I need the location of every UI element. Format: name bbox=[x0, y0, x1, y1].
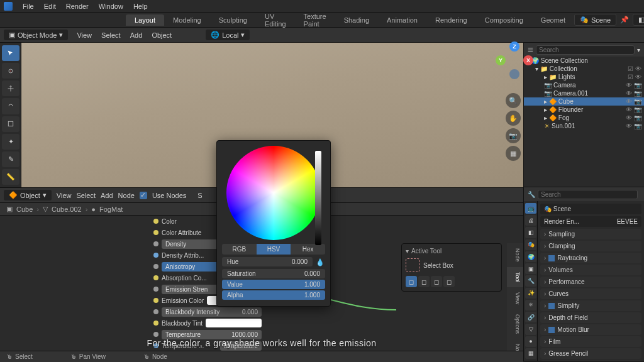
tab-uvediting[interactable]: UV Editing bbox=[256, 11, 295, 30]
tab-rendering[interactable]: Rendering bbox=[426, 14, 476, 26]
tool-transform[interactable]: ✦ bbox=[2, 134, 19, 150]
ptab-particle[interactable]: ✨ bbox=[525, 288, 536, 299]
acc-curves[interactable]: ›Curves bbox=[540, 288, 641, 299]
tab-compositing[interactable]: Compositing bbox=[476, 14, 532, 26]
filter-icon[interactable]: ▾ bbox=[637, 47, 640, 53]
gizmo-neg-axis[interactable] bbox=[509, 69, 519, 79]
acc-performance[interactable]: ›Performance bbox=[540, 277, 641, 287]
menu-edit[interactable]: Edit bbox=[39, 1, 61, 11]
scene-datablock[interactable]: 🎭 Scene bbox=[540, 204, 641, 214]
cp-tab-hsv[interactable]: HSV bbox=[257, 244, 291, 255]
grid-icon[interactable]: ▦ bbox=[506, 146, 521, 161]
acc-clamping[interactable]: ›Clamping bbox=[540, 241, 641, 251]
node-mode[interactable]: 🔶Object▾ bbox=[4, 190, 52, 200]
tool-select-box[interactable] bbox=[2, 45, 19, 61]
ol-item-lights[interactable]: ▸ 📁Lights☑👁 bbox=[524, 73, 644, 81]
ol-item-cube[interactable]: ▸ 🔶Cube👁📷 bbox=[524, 97, 644, 106]
ptab-world[interactable]: 🌍 bbox=[525, 251, 536, 262]
vp-menu-select[interactable]: Select bbox=[97, 30, 125, 40]
select-mode-int[interactable]: ◻ bbox=[443, 276, 455, 287]
ptab-render[interactable]: 📺 bbox=[525, 203, 536, 214]
vp-menu-object[interactable]: Object bbox=[148, 30, 175, 40]
ol-item-fog[interactable]: ▸ 🔶Fog👁📷 bbox=[524, 114, 644, 122]
local-view[interactable]: 🌐 Local ▾ bbox=[206, 30, 250, 40]
tab-texturepaint[interactable]: Texture Paint bbox=[295, 11, 335, 30]
ptab-texture[interactable]: ▦ bbox=[525, 348, 536, 359]
tool-measure[interactable]: 📏 bbox=[2, 169, 19, 185]
tab-modeling[interactable]: Modeling bbox=[164, 14, 210, 26]
chevron-down-icon[interactable]: ▾ bbox=[406, 248, 409, 255]
pin-icon[interactable]: 📌 bbox=[620, 16, 629, 24]
select-mode-ext[interactable]: ◻ bbox=[418, 276, 430, 287]
scene-selector[interactable]: 🎭 Scene bbox=[574, 14, 616, 26]
select-mode-sub[interactable]: ◻ bbox=[431, 276, 442, 287]
tab-sculpting[interactable]: Sculpting bbox=[210, 14, 256, 26]
checkbox-icon[interactable]: ☑ bbox=[628, 65, 633, 72]
tool-scale[interactable] bbox=[2, 116, 19, 132]
tab-shading[interactable]: Shading bbox=[335, 14, 378, 26]
acc-greasepencil[interactable]: ›Grease Pencil bbox=[540, 348, 641, 359]
gizmo-z-axis[interactable]: Z bbox=[509, 41, 519, 52]
ptab-material[interactable]: ● bbox=[525, 336, 536, 347]
outliner-root[interactable]: ▾ 🌍Scene Collection bbox=[524, 57, 644, 65]
ptab-constraint[interactable]: 🔗 bbox=[525, 312, 536, 322]
tab-layout[interactable]: Layout bbox=[126, 14, 164, 26]
value-row[interactable]: Value1.000 bbox=[222, 280, 325, 289]
ol-item-camera[interactable]: 📷Camera👁📷 bbox=[524, 81, 644, 89]
node-menu-select[interactable]: Select bbox=[76, 192, 96, 199]
ptab-physics[interactable]: ⚛ bbox=[525, 300, 536, 310]
vp-menu-view[interactable]: View bbox=[73, 30, 96, 40]
select-mode-new[interactable]: ◻ bbox=[406, 276, 417, 287]
node-menu-add[interactable]: Add bbox=[101, 192, 113, 199]
ol-item-flounder[interactable]: ▸ 🔶Flounder👁📷 bbox=[524, 106, 644, 114]
hand-icon[interactable]: ✋ bbox=[506, 111, 521, 126]
mode-selector[interactable]: ▣ Object Mode ▾ bbox=[4, 30, 68, 40]
ptab-output[interactable]: 🖨 bbox=[525, 215, 536, 226]
acc-volumes[interactable]: ›Volumes bbox=[540, 265, 641, 275]
eyedropper-icon[interactable]: 💧 bbox=[315, 258, 325, 268]
tool-move[interactable] bbox=[2, 80, 19, 96]
gizmo-y-axis[interactable]: Y bbox=[496, 55, 506, 65]
ntab-view[interactable]: View bbox=[507, 287, 523, 309]
saturation-row[interactable]: Saturation0.000 bbox=[222, 269, 325, 278]
use-nodes-checkbox[interactable]: ✓ bbox=[140, 192, 147, 199]
ntab-tool[interactable]: Tool bbox=[507, 267, 523, 288]
tool-rotate[interactable] bbox=[2, 98, 19, 114]
blackbody-intensity-field[interactable]: Blackbody Intensity0.000 bbox=[162, 307, 262, 317]
ptab-object[interactable]: ▣ bbox=[525, 263, 536, 274]
acc-film[interactable]: ›Film bbox=[540, 336, 641, 347]
camera-view-icon[interactable]: 📷 bbox=[506, 128, 521, 143]
menu-help[interactable]: Help bbox=[128, 1, 153, 11]
alpha-row[interactable]: Alpha1.000 bbox=[222, 290, 325, 300]
tab-geomet[interactable]: Geomet bbox=[532, 14, 574, 26]
node-menu-node[interactable]: Node bbox=[118, 192, 135, 199]
eye-icon[interactable]: 👁 bbox=[635, 65, 641, 72]
tool-cursor[interactable] bbox=[2, 63, 19, 79]
zoom-icon[interactable]: 🔍 bbox=[506, 93, 521, 108]
menu-render[interactable]: Render bbox=[61, 1, 94, 11]
outliner-search[interactable] bbox=[536, 45, 635, 55]
menu-window[interactable]: Window bbox=[94, 1, 128, 11]
vp-menu-add[interactable]: Add bbox=[126, 30, 147, 40]
ptab-modifier[interactable]: 🔧 bbox=[525, 275, 536, 286]
ntab-options[interactable]: Options bbox=[507, 309, 523, 339]
gizmo-x-axis[interactable]: X bbox=[523, 55, 533, 65]
tool-annotate[interactable]: ✎ bbox=[2, 151, 19, 167]
viewlayer-selector[interactable]: ◧ ViewLayer bbox=[633, 14, 644, 26]
ptab-mesh[interactable]: ▽ bbox=[525, 324, 536, 334]
node-canvas[interactable]: Color Color Attribute Density Density At… bbox=[0, 216, 523, 351]
menu-file[interactable]: File bbox=[18, 1, 39, 11]
ol-item-collection[interactable]: ▾ 📁Collection☑👁 bbox=[524, 65, 644, 73]
cp-tab-hex[interactable]: Hex bbox=[291, 244, 325, 255]
acc-sampling[interactable]: ›Sampling bbox=[540, 229, 641, 239]
ptab-scene[interactable]: 🎭 bbox=[525, 239, 536, 250]
acc-simplify[interactable]: ›Simplify bbox=[540, 300, 641, 311]
ol-item-camera001[interactable]: 📷Camera.001👁📷 bbox=[524, 89, 644, 97]
render-engine-select[interactable]: Render En...EEVEE bbox=[540, 216, 641, 227]
props-search[interactable] bbox=[538, 190, 638, 199]
ntab-node[interactable]: Node bbox=[507, 243, 523, 267]
acc-dof[interactable]: ›Depth of Field bbox=[540, 312, 641, 323]
acc-freestyle[interactable]: ›Freestyle bbox=[540, 360, 641, 361]
acc-raytracing[interactable]: ›Raytracing bbox=[540, 253, 641, 263]
ol-item-sun[interactable]: ☀Sun.001👁📷 bbox=[524, 122, 644, 130]
